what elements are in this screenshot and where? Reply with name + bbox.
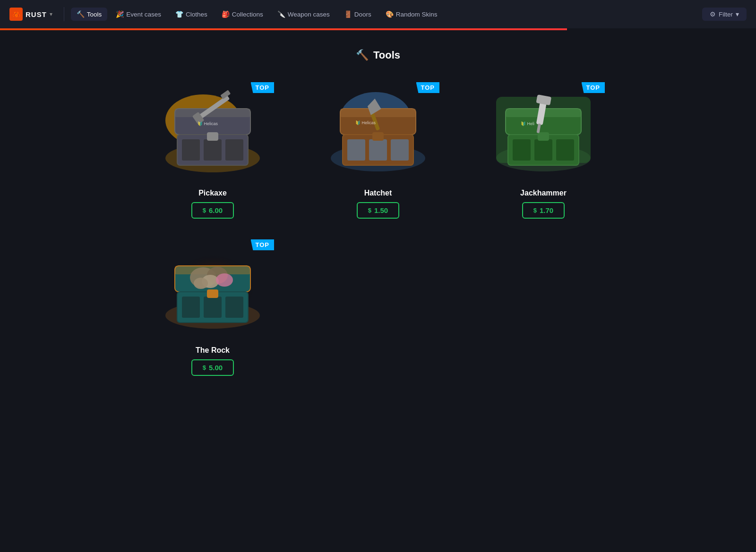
clothes-icon: 👕: [175, 10, 183, 18]
event-cases-icon: 🎉: [116, 10, 124, 18]
nav-label-weapon-cases: Weapon cases: [288, 11, 330, 18]
tools-icon: 🔨: [77, 10, 85, 18]
svg-rect-7: [225, 139, 243, 161]
brand-logo[interactable]: 🦀 RUST ▾: [9, 8, 52, 21]
random-skins-icon: 🎨: [386, 10, 394, 18]
price-symbol-hatchet: $: [368, 207, 371, 214]
item-card-the-rock[interactable]: TOP The Rock $ 5.00: [137, 233, 288, 376]
items-grid: 🔰 Helicas TOP Pickaxe $ 6.00: [118, 76, 638, 404]
filter-button[interactable]: ⚙ Filter ▾: [702, 8, 747, 21]
svg-text:🔰 Helicas: 🔰 Helicas: [355, 120, 376, 126]
svg-rect-18: [347, 139, 365, 161]
svg-rect-44: [204, 297, 222, 318]
nav-item-clothes[interactable]: 👕 Clothes: [170, 8, 213, 21]
svg-text:🔰 Heli: 🔰 Heli: [521, 121, 534, 127]
nav-item-doors[interactable]: 🚪 Doors: [338, 8, 377, 21]
page-title-icon: 🔨: [356, 49, 369, 61]
page-title: Tools: [373, 49, 400, 61]
doors-icon: 🚪: [344, 10, 352, 18]
brand-icon: 🦀: [9, 8, 23, 21]
price-value-the-rock: 5.00: [209, 364, 223, 372]
price-button-the-rock[interactable]: $ 5.00: [191, 359, 234, 376]
page-header: 🔨 Tools: [0, 49, 756, 61]
price-symbol-jackhammer: $: [533, 207, 537, 214]
top-badge-hatchet: TOP: [416, 82, 440, 93]
item-name-jackhammer: Jackhammer: [520, 189, 567, 197]
top-badge-pickaxe: TOP: [251, 82, 275, 93]
item-image-wrap-jackhammer: 🔰 Heli TOP: [477, 76, 610, 184]
nav-item-event-cases[interactable]: 🎉 Event cases: [110, 8, 167, 21]
svg-rect-43: [182, 297, 200, 318]
nav-label-clothes: Clothes: [186, 11, 207, 18]
top-badge-jackhammer: TOP: [582, 82, 605, 93]
collections-icon: 🎒: [222, 10, 230, 18]
price-value-jackhammer: 1.70: [540, 206, 553, 214]
item-card-jackhammer[interactable]: 🔰 Heli TOP Jackhammer $ 1.70: [468, 76, 619, 219]
progress-bar: [0, 28, 567, 30]
nav-separator: [64, 7, 64, 21]
price-button-pickaxe[interactable]: $ 6.00: [191, 202, 234, 219]
nav-label-doors: Doors: [354, 11, 371, 18]
filter-label: Filter: [719, 11, 733, 18]
svg-rect-30: [513, 139, 531, 161]
svg-point-50: [194, 278, 208, 289]
item-image-wrap-hatchet: 🔰 Helicas TOP: [312, 76, 444, 184]
svg-text:🔰 Helicas: 🔰 Helicas: [198, 121, 218, 127]
nav-right: ⚙ Filter ▾: [702, 8, 747, 21]
price-button-jackhammer[interactable]: $ 1.70: [522, 202, 565, 219]
weapon-cases-icon: 🔪: [277, 10, 285, 18]
svg-rect-45: [225, 297, 243, 318]
nav-item-collections[interactable]: 🎒 Collections: [216, 8, 269, 21]
brand-label: RUST: [26, 10, 47, 18]
svg-rect-33: [538, 132, 549, 141]
svg-rect-21: [372, 132, 384, 141]
item-name-the-rock: The Rock: [196, 346, 230, 355]
nav-label-collections: Collections: [232, 11, 263, 18]
price-symbol-the-rock: $: [203, 364, 206, 371]
item-card-hatchet[interactable]: 🔰 Helicas TOP Hatchet $ 1.50: [302, 76, 454, 219]
nav-label-event-cases: Event cases: [126, 11, 161, 18]
price-symbol-pickaxe: $: [203, 207, 206, 214]
item-image-wrap-the-rock: TOP: [146, 233, 279, 341]
svg-rect-19: [369, 139, 387, 161]
svg-rect-32: [556, 139, 574, 161]
nav-item-tools[interactable]: 🔨 Tools: [71, 8, 108, 21]
svg-rect-6: [204, 139, 222, 161]
item-name-hatchet: Hatchet: [364, 189, 392, 197]
brand-chevron-icon: ▾: [50, 11, 52, 17]
svg-rect-46: [207, 289, 218, 298]
nav-label-random-skins: Random Skins: [396, 11, 438, 18]
svg-rect-20: [391, 139, 409, 161]
top-badge-the-rock: TOP: [251, 239, 275, 250]
item-card-pickaxe[interactable]: 🔰 Helicas TOP Pickaxe $ 6.00: [137, 76, 288, 219]
filter-icon: ⚙: [710, 10, 716, 18]
nav-item-random-skins[interactable]: 🎨 Random Skins: [380, 8, 443, 21]
price-value-pickaxe: 6.00: [209, 206, 223, 214]
filter-chevron-icon: ▾: [736, 10, 739, 18]
svg-rect-31: [534, 139, 552, 161]
nav-label-tools: Tools: [87, 11, 102, 18]
svg-point-51: [216, 273, 233, 287]
nav-item-weapon-cases[interactable]: 🔪 Weapon cases: [272, 8, 335, 21]
navbar: 🦀 RUST ▾ 🔨 Tools 🎉 Event cases 👕 Clothes…: [0, 0, 756, 28]
item-name-pickaxe: Pickaxe: [198, 189, 227, 197]
price-button-hatchet[interactable]: $ 1.50: [357, 202, 399, 219]
price-value-hatchet: 1.50: [374, 206, 388, 214]
item-image-wrap-pickaxe: 🔰 Helicas TOP: [146, 76, 279, 184]
svg-rect-8: [207, 132, 218, 141]
svg-rect-5: [182, 139, 200, 161]
